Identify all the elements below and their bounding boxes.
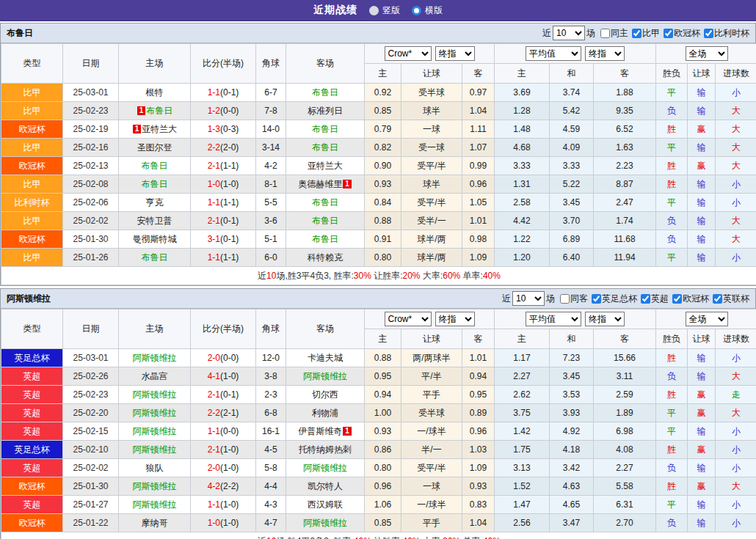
odds-away: 0.96: [462, 422, 495, 441]
odds-away: 1.09: [462, 249, 495, 267]
league-filter-option[interactable]: 欧冠杯: [669, 293, 709, 305]
page-title: 近期战绩: [313, 4, 357, 17]
corner-score: 4-2: [256, 157, 286, 175]
result-goals: 大: [716, 404, 756, 422]
sub-column-header: 让球: [401, 329, 462, 349]
fulltime-score: 3-1: [208, 234, 220, 244]
odds-source-select[interactable]: Crow*: [385, 46, 432, 61]
match-row: 欧冠杯25-01-30阿斯顿维拉4-2(2-2)4-4凯尔特人0.96一球0.9…: [1, 477, 756, 496]
match-score: 2-1(1-0): [191, 441, 256, 459]
away-team-cell: 科特赖克: [286, 249, 365, 267]
recent-count-select[interactable]: 10: [553, 26, 585, 40]
avg-source-select[interactable]: 平均值: [526, 312, 581, 326]
halftime-score: (1-1): [220, 161, 239, 171]
league-filter-label: 英联杯: [723, 293, 749, 305]
away-team-cell: 标准列日: [286, 102, 365, 120]
match-score: 2-1(0-1): [191, 212, 256, 230]
league-filter-option[interactable]: 欧冠杯: [660, 27, 700, 40]
home-team-cell: 阿斯顿维拉: [119, 404, 191, 422]
radio-horizontal-label: 横版: [425, 4, 443, 17]
handicap-line: 一球: [401, 120, 462, 139]
league-filter-option[interactable]: 英联杯: [709, 293, 749, 305]
odds-final-select[interactable]: 终指: [435, 46, 475, 61]
home-team-name: 阿斯顿维拉: [133, 444, 177, 455]
league-filter-checkbox[interactable]: [704, 29, 713, 38]
odds-away: 1.11: [462, 120, 495, 139]
recent-label: 近: [502, 293, 511, 305]
column-header: 客场: [286, 309, 365, 349]
home-team-cell: 根特: [119, 84, 191, 102]
avg-home: 2.27: [495, 367, 550, 386]
fulltime-score: 1-3: [208, 124, 220, 134]
result-handicap: 赢: [688, 157, 716, 175]
corner-score: 8-1: [256, 175, 286, 194]
match-row: 英超25-02-20阿斯顿维拉2-2(2-1)6-8利物浦1.00受半球0.89…: [1, 404, 756, 422]
avg-source-select[interactable]: 平均值: [526, 46, 581, 61]
result-outcome: 负: [656, 212, 688, 230]
match-date: 25-02-20: [63, 404, 119, 422]
league-filter-checkbox[interactable]: [713, 294, 722, 304]
layout-radio-vertical[interactable]: 竖版: [369, 4, 400, 17]
result-goals: 大: [716, 367, 756, 386]
league-filter-checkbox[interactable]: [632, 29, 641, 38]
avg-final-select[interactable]: 终指: [585, 46, 625, 61]
column-header: 日期: [63, 44, 119, 84]
odds-source-select[interactable]: Crow*: [385, 312, 432, 326]
corner-score: 5-1: [256, 230, 286, 249]
result-handicap: 赢: [688, 477, 716, 496]
league-filter-option[interactable]: 比甲: [628, 27, 660, 40]
league-filter-checkbox[interactable]: [664, 29, 673, 38]
league-filter-checkbox[interactable]: [641, 294, 650, 304]
home-team-cell: 安特卫普: [119, 212, 191, 230]
handicap-line: 受半/一: [401, 212, 462, 230]
same-venue-checkbox[interactable]: [600, 29, 610, 38]
league-filter-checkbox[interactable]: [672, 294, 682, 304]
result-outcome: 负: [656, 459, 688, 477]
avg-away: 6.98: [594, 422, 656, 441]
avg-home: 1.75: [495, 441, 550, 459]
odds-home: 0.79: [365, 120, 401, 139]
fulltime-score: 2-2: [208, 142, 220, 153]
odds-home: 0.91: [365, 230, 401, 249]
result-outcome: 胜: [656, 120, 688, 139]
away-team-name: 西汉姆联: [308, 499, 343, 510]
avg-home: 3.33: [495, 157, 550, 175]
away-team-name: 托特纳姆热刺: [299, 444, 352, 455]
halftime-score: (1-0): [220, 463, 239, 473]
scope-select[interactable]: 全场: [686, 312, 728, 326]
match-date: 25-02-23: [63, 386, 119, 404]
same-venue-option[interactable]: 同客: [556, 293, 588, 305]
same-venue-checkbox[interactable]: [560, 294, 570, 304]
recent-count-select[interactable]: 10: [512, 291, 545, 306]
home-team-name: 阿斯顿维拉: [133, 389, 177, 400]
league-filter-checkbox[interactable]: [592, 294, 601, 304]
match-row: 英超25-02-26水晶宫4-1(1-0)3-8阿斯顿维拉0.95平/半0.94…: [1, 367, 756, 386]
same-venue-option[interactable]: 同主: [597, 27, 628, 40]
match-date: 25-01-22: [63, 514, 119, 532]
league-filter-option[interactable]: 英超: [637, 293, 669, 305]
sub-column-header: 胜负: [656, 64, 688, 84]
odds-final-select[interactable]: 终指: [435, 312, 475, 326]
avg-away: 2.59: [594, 386, 656, 404]
scope-select[interactable]: 全场: [686, 46, 728, 61]
corner-score: 6-0: [256, 249, 286, 267]
league-filter-option[interactable]: 比利时杯: [700, 27, 749, 40]
league-badge: 欧冠杯: [1, 120, 63, 139]
halftime-score: (1-1): [220, 197, 239, 208]
avg-final-select[interactable]: 终指: [585, 312, 625, 326]
home-team-cell: 阿斯顿维拉: [119, 441, 191, 459]
handicap-line: 两/两球半: [401, 349, 462, 367]
layout-radio-horizontal[interactable]: 横版: [412, 4, 443, 17]
league-badge: 英超: [1, 496, 63, 514]
match-score: 1-1(1-0): [191, 496, 256, 514]
match-date: 25-03-01: [63, 349, 119, 367]
odds-home: 0.94: [365, 386, 401, 404]
corner-score: 2-3: [256, 386, 286, 404]
match-row: 比利时杯25-02-06亨克1-1(1-1)5-5布鲁日0.84受平/半1.05…: [1, 194, 756, 212]
away-team-name: 阿斯顿维拉: [303, 518, 347, 528]
league-filter-option[interactable]: 英足总杯: [588, 293, 637, 305]
home-team-cell: 圣图尔登: [119, 139, 191, 157]
odds-away: 1.01: [462, 349, 495, 367]
result-goals: 小: [716, 514, 756, 532]
match-date: 25-02-26: [63, 367, 119, 386]
